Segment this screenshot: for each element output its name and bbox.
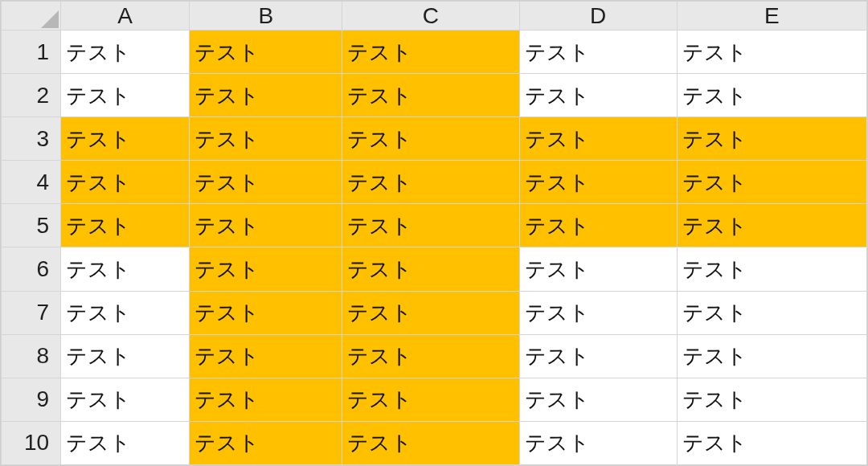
row-header-2[interactable]: 2 xyxy=(2,74,61,117)
cell-A4[interactable]: テスト xyxy=(61,161,190,204)
cell-A3[interactable]: テスト xyxy=(61,117,190,161)
svg-marker-0 xyxy=(41,10,59,28)
row-header-8[interactable]: 8 xyxy=(2,334,61,378)
row-header-5[interactable]: 5 xyxy=(2,204,61,247)
grid-table: A B C D E 1 テスト テスト テスト テスト テスト 2 テスト テス… xyxy=(1,1,867,465)
cell-B6[interactable]: テスト xyxy=(190,247,342,291)
cell-C2[interactable]: テスト xyxy=(342,74,519,117)
col-header-B[interactable]: B xyxy=(190,2,342,31)
column-header-row: A B C D E xyxy=(2,2,867,31)
cell-C4[interactable]: テスト xyxy=(342,161,519,204)
cell-A6[interactable]: テスト xyxy=(61,247,190,291)
table-row: 4 テスト テスト テスト テスト テスト xyxy=(2,161,867,204)
cell-A2[interactable]: テスト xyxy=(61,74,190,117)
cell-B4[interactable]: テスト xyxy=(190,161,342,204)
cell-A9[interactable]: テスト xyxy=(61,378,190,421)
cell-B7[interactable]: テスト xyxy=(190,291,342,334)
cell-C3[interactable]: テスト xyxy=(342,117,519,161)
cell-D4[interactable]: テスト xyxy=(519,161,677,204)
cell-A5[interactable]: テスト xyxy=(61,204,190,247)
row-header-4[interactable]: 4 xyxy=(2,161,61,204)
row-header-7[interactable]: 7 xyxy=(2,291,61,334)
table-row: 8 テスト テスト テスト テスト テスト xyxy=(2,334,867,378)
table-row: 6 テスト テスト テスト テスト テスト xyxy=(2,247,867,291)
cell-E3[interactable]: テスト xyxy=(677,117,866,161)
cell-D9[interactable]: テスト xyxy=(519,378,677,421)
cell-E1[interactable]: テスト xyxy=(677,31,866,74)
cell-B10[interactable]: テスト xyxy=(190,421,342,464)
table-row: 7 テスト テスト テスト テスト テスト xyxy=(2,291,867,334)
col-header-D[interactable]: D xyxy=(519,2,677,31)
select-all-icon xyxy=(41,10,59,28)
cell-B9[interactable]: テスト xyxy=(190,378,342,421)
cell-D3[interactable]: テスト xyxy=(519,117,677,161)
cell-E10[interactable]: テスト xyxy=(677,421,866,464)
col-header-C[interactable]: C xyxy=(342,2,519,31)
col-header-E[interactable]: E xyxy=(677,2,866,31)
cell-C5[interactable]: テスト xyxy=(342,204,519,247)
cell-C10[interactable]: テスト xyxy=(342,421,519,464)
cell-A8[interactable]: テスト xyxy=(61,334,190,378)
cell-D8[interactable]: テスト xyxy=(519,334,677,378)
cell-B1[interactable]: テスト xyxy=(190,31,342,74)
row-header-1[interactable]: 1 xyxy=(2,31,61,74)
cell-A10[interactable]: テスト xyxy=(61,421,190,464)
table-row: 2 テスト テスト テスト テスト テスト xyxy=(2,74,867,117)
cell-E5[interactable]: テスト xyxy=(677,204,866,247)
cell-C8[interactable]: テスト xyxy=(342,334,519,378)
cell-D1[interactable]: テスト xyxy=(519,31,677,74)
select-all-corner[interactable] xyxy=(2,2,61,31)
cell-B8[interactable]: テスト xyxy=(190,334,342,378)
cell-E6[interactable]: テスト xyxy=(677,247,866,291)
cell-C7[interactable]: テスト xyxy=(342,291,519,334)
cell-C1[interactable]: テスト xyxy=(342,31,519,74)
table-row: 1 テスト テスト テスト テスト テスト xyxy=(2,31,867,74)
table-row: 5 テスト テスト テスト テスト テスト xyxy=(2,204,867,247)
cell-D7[interactable]: テスト xyxy=(519,291,677,334)
cell-B5[interactable]: テスト xyxy=(190,204,342,247)
cell-E7[interactable]: テスト xyxy=(677,291,866,334)
cell-D6[interactable]: テスト xyxy=(519,247,677,291)
table-row: 9 テスト テスト テスト テスト テスト xyxy=(2,378,867,421)
cell-D2[interactable]: テスト xyxy=(519,74,677,117)
row-header-9[interactable]: 9 xyxy=(2,378,61,421)
cell-D10[interactable]: テスト xyxy=(519,421,677,464)
cell-E4[interactable]: テスト xyxy=(677,161,866,204)
cell-C6[interactable]: テスト xyxy=(342,247,519,291)
spreadsheet[interactable]: A B C D E 1 テスト テスト テスト テスト テスト 2 テスト テス… xyxy=(0,0,868,466)
cell-B3[interactable]: テスト xyxy=(190,117,342,161)
cell-C9[interactable]: テスト xyxy=(342,378,519,421)
row-header-10[interactable]: 10 xyxy=(2,421,61,464)
cell-D5[interactable]: テスト xyxy=(519,204,677,247)
table-row: 10 テスト テスト テスト テスト テスト xyxy=(2,421,867,464)
cell-E9[interactable]: テスト xyxy=(677,378,866,421)
cell-A1[interactable]: テスト xyxy=(61,31,190,74)
cell-E8[interactable]: テスト xyxy=(677,334,866,378)
row-header-6[interactable]: 6 xyxy=(2,247,61,291)
cell-B2[interactable]: テスト xyxy=(190,74,342,117)
table-row: 3 テスト テスト テスト テスト テスト xyxy=(2,117,867,161)
cell-A7[interactable]: テスト xyxy=(61,291,190,334)
cell-E2[interactable]: テスト xyxy=(677,74,866,117)
row-header-3[interactable]: 3 xyxy=(2,117,61,161)
col-header-A[interactable]: A xyxy=(61,2,190,31)
